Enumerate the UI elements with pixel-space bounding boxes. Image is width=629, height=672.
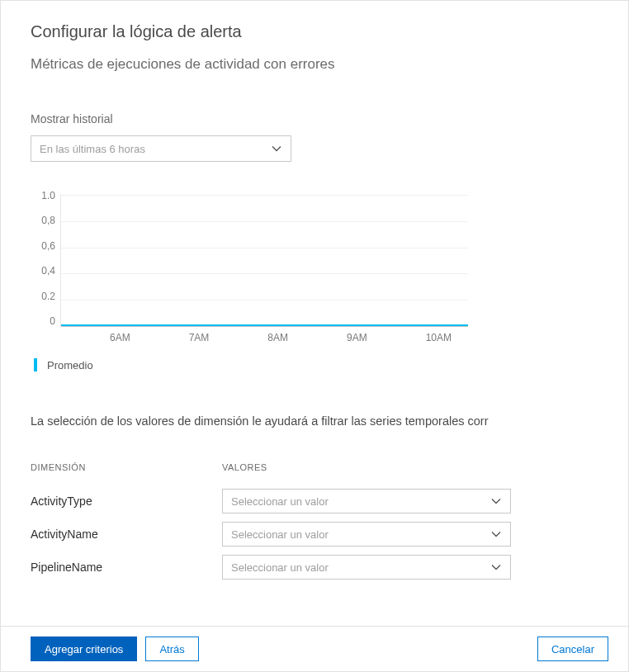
chevron-down-icon — [490, 528, 502, 540]
y-tick: 0,8 — [31, 215, 55, 226]
dimension-row: ActivityType Seleccionar un valor — [31, 489, 598, 513]
page-title: Configurar la lógica de alerta — [31, 22, 598, 41]
dimension-help-text: La selección de los valores de dimensión… — [31, 414, 598, 428]
legend-swatch — [34, 358, 37, 371]
dimension-header-values: VALORES — [222, 462, 267, 472]
dropdown-placeholder: Seleccionar un valor — [231, 528, 329, 541]
dimension-row: PipelineName Seleccionar un valor — [31, 555, 598, 580]
dropdown-placeholder: Seleccionar un valor — [231, 495, 329, 508]
y-tick: 0.2 — [31, 291, 55, 302]
x-tick: 9AM — [347, 332, 367, 347]
x-tick: 7AM — [189, 332, 210, 347]
y-tick: 1.0 — [31, 190, 55, 201]
dropdown-placeholder: Seleccionar un valor — [231, 561, 329, 574]
dimension-name: PipelineName — [31, 561, 222, 574]
legend-label: Promedio — [47, 359, 93, 371]
chevron-down-icon — [490, 495, 502, 507]
chevron-down-icon — [271, 143, 282, 154]
x-tick: 8AM — [267, 332, 288, 347]
dimension-value-dropdown[interactable]: Seleccionar un valor — [222, 522, 511, 547]
footer-bar: Agregar criterios Atrás Cancelar — [1, 626, 628, 671]
dimension-table: DIMENSIÓN VALORES ActivityType Seleccion… — [31, 462, 598, 580]
chart-plot-area — [60, 195, 468, 327]
chart-y-axis: 1.0 0,8 0,6 0,4 0.2 0 — [31, 190, 60, 327]
dimension-row: ActivityName Seleccionar un valor — [31, 522, 598, 547]
y-tick: 0,4 — [31, 265, 55, 277]
x-tick: 10AM — [426, 332, 452, 347]
history-dropdown[interactable]: En las últimas 6 horas — [31, 135, 291, 162]
dimension-value-dropdown[interactable]: Seleccionar un valor — [222, 555, 511, 580]
back-button[interactable]: Atrás — [145, 637, 198, 661]
history-label: Mostrar historial — [31, 112, 598, 125]
chevron-down-icon — [490, 561, 502, 573]
y-tick: 0,6 — [31, 240, 55, 252]
cancel-button[interactable]: Cancelar — [537, 637, 608, 661]
chart-legend: Promedio — [34, 358, 598, 371]
dimension-name: ActivityType — [31, 495, 222, 508]
dimension-value-dropdown[interactable]: Seleccionar un valor — [222, 489, 511, 513]
add-criteria-button[interactable]: Agregar criterios — [31, 637, 137, 661]
chart-series-line — [61, 324, 468, 326]
y-tick: 0 — [31, 315, 55, 327]
metric-chart: 1.0 0,8 0,6 0,4 0.2 0 6AM 7AM 8AM 9AM — [31, 190, 598, 371]
chart-x-axis: 6AM 7AM 8AM 9AM 10AM — [60, 332, 476, 347]
history-selected-value: En las últimas 6 horas — [40, 143, 145, 155]
x-tick: 6AM — [110, 332, 130, 347]
dimension-name: ActivityName — [31, 528, 222, 541]
dimension-header-name: DIMENSIÓN — [31, 462, 222, 472]
alert-logic-panel: Configurar la lógica de alerta Métricas … — [1, 1, 628, 625]
metric-name: Métricas de ejecuciones de actividad con… — [31, 56, 598, 73]
